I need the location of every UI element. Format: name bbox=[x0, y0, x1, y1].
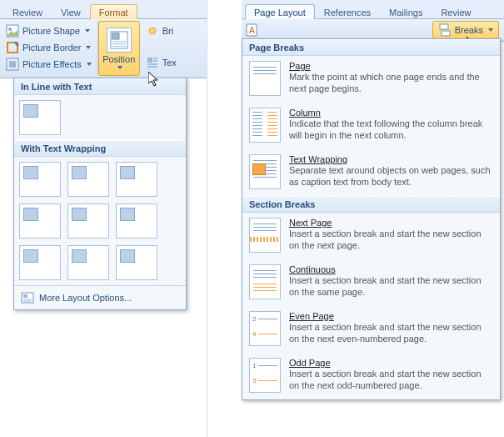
adjust-group-cutoff: Bri Tex bbox=[140, 21, 182, 76]
break-column-desc: Indicate that the text following the col… bbox=[289, 118, 492, 142]
break-even-page-icon: 2 4 bbox=[249, 311, 281, 346]
break-column[interactable]: Column Indicate that the text following … bbox=[242, 103, 500, 149]
position-gallery-menu: In Line with Text With Text Wrapping Mor… bbox=[13, 78, 187, 310]
format-ribbon-panel: Review View Format Picture Shape Picture… bbox=[0, 0, 207, 437]
tab-page-layout[interactable]: Page Layout bbox=[245, 4, 315, 19]
picture-border-icon bbox=[6, 41, 19, 54]
ribbon-tabs-right: Page Layout References Mailings Review bbox=[242, 0, 504, 19]
breaks-menu: Page Breaks Page Mark the point at which… bbox=[242, 38, 501, 400]
svg-rect-23 bbox=[442, 31, 450, 36]
brightness-label: Bri bbox=[162, 26, 173, 36]
layout-options-icon bbox=[21, 291, 34, 304]
break-column-icon bbox=[249, 108, 281, 143]
break-textwrap[interactable]: Text Wrapping Separate text around objec… bbox=[242, 149, 500, 196]
break-even-page-desc: Insert a section break and start the new… bbox=[289, 322, 492, 345]
text-wrapping-icon bbox=[146, 56, 159, 69]
tab-view[interactable]: View bbox=[52, 4, 90, 19]
gallery-header-wrap: With Text Wrapping bbox=[14, 140, 186, 157]
break-page-title: Page bbox=[289, 61, 492, 71]
break-odd-page-title: Odd Page bbox=[289, 358, 492, 368]
picture-styles-group: Picture Shape Picture Border Picture Eff… bbox=[0, 21, 98, 76]
tab-review[interactable]: Review bbox=[3, 4, 52, 19]
break-textwrap-title: Text Wrapping bbox=[289, 154, 492, 164]
picture-border-button[interactable]: Picture Border bbox=[3, 39, 94, 56]
svg-rect-22 bbox=[440, 24, 448, 29]
break-textwrap-icon bbox=[249, 154, 281, 189]
position-option[interactable] bbox=[19, 203, 61, 239]
breaks-button[interactable]: Breaks bbox=[432, 21, 499, 39]
brightness-icon bbox=[146, 24, 159, 38]
pagelayout-ribbon-panel: Page Layout References Mailings Review A… bbox=[242, 0, 504, 437]
breaks-label: Breaks bbox=[455, 25, 483, 35]
svg-point-1 bbox=[8, 28, 12, 31]
break-continuous-desc: Insert a section break and start the new… bbox=[289, 275, 492, 299]
svg-rect-11 bbox=[147, 58, 152, 63]
position-option[interactable] bbox=[19, 245, 61, 280]
break-page[interactable]: Page Mark the point at which one page en… bbox=[242, 56, 500, 103]
break-page-desc: Mark the point at which one page ends an… bbox=[289, 72, 492, 95]
more-layout-options[interactable]: More Layout Options... bbox=[14, 285, 186, 309]
brightness-cutoff[interactable]: Bri bbox=[143, 23, 179, 39]
position-option-inline[interactable] bbox=[19, 100, 61, 135]
page-breaks-header: Page Breaks bbox=[242, 39, 500, 56]
break-odd-page-icon: 1 3 bbox=[249, 358, 281, 393]
break-page-icon bbox=[249, 61, 281, 96]
tab-mailings[interactable]: Mailings bbox=[380, 4, 432, 19]
ribbon-tabs-left: Review View Format bbox=[0, 0, 207, 19]
position-option[interactable] bbox=[116, 162, 157, 197]
picture-effects-icon bbox=[6, 58, 19, 71]
position-option[interactable] bbox=[116, 203, 157, 239]
position-label: Position bbox=[102, 54, 135, 64]
position-icon bbox=[107, 28, 132, 53]
picture-shape-icon bbox=[6, 24, 19, 38]
margins-icon[interactable]: A bbox=[245, 23, 258, 37]
picture-shape-button[interactable]: Picture Shape bbox=[3, 23, 94, 39]
break-next-page-title: Next Page bbox=[289, 218, 492, 228]
svg-text:A: A bbox=[249, 26, 255, 35]
chevron-down-icon bbox=[85, 29, 90, 33]
break-continuous-title: Continuous bbox=[289, 264, 492, 274]
picture-effects-button[interactable]: Picture Effects bbox=[3, 56, 94, 73]
position-option[interactable] bbox=[116, 245, 157, 280]
position-option[interactable] bbox=[67, 245, 109, 280]
break-even-page[interactable]: 2 4 Even Page Insert a section break and… bbox=[242, 306, 500, 353]
break-odd-page-desc: Insert a section break and start the new… bbox=[289, 369, 492, 392]
break-continuous[interactable]: Continuous Insert a section break and st… bbox=[242, 259, 500, 306]
break-column-title: Column bbox=[289, 108, 492, 118]
tab-review-2[interactable]: Review bbox=[432, 4, 480, 19]
chevron-down-icon bbox=[87, 63, 92, 66]
textwrap-label: Tex bbox=[162, 58, 177, 68]
position-option[interactable] bbox=[67, 203, 109, 239]
ribbon-left: Picture Shape Picture Border Picture Eff… bbox=[0, 19, 207, 78]
text-wrapping-cutoff[interactable]: Tex bbox=[143, 54, 179, 71]
break-textwrap-desc: Separate text around objects on web page… bbox=[289, 165, 492, 188]
chevron-down-icon bbox=[488, 28, 493, 32]
picture-effects-label: Picture Effects bbox=[22, 59, 82, 69]
svg-rect-4 bbox=[9, 61, 16, 68]
tab-format[interactable]: Format bbox=[90, 4, 137, 19]
break-next-page[interactable]: Next Page Insert a section break and sta… bbox=[242, 213, 500, 259]
break-next-page-icon bbox=[249, 218, 281, 253]
svg-point-10 bbox=[149, 28, 156, 34]
section-breaks-header: Section Breaks bbox=[242, 196, 500, 213]
break-continuous-icon bbox=[249, 264, 281, 299]
position-option[interactable] bbox=[67, 162, 109, 197]
chevron-down-icon bbox=[86, 46, 91, 49]
break-next-page-desc: Insert a section break and start the new… bbox=[289, 229, 492, 252]
chevron-down-icon bbox=[117, 66, 122, 69]
break-even-page-title: Even Page bbox=[289, 311, 492, 321]
inline-gallery bbox=[14, 95, 186, 140]
svg-rect-6 bbox=[112, 33, 118, 39]
svg-rect-17 bbox=[23, 294, 27, 298]
picture-shape-label: Picture Shape bbox=[22, 26, 80, 36]
tab-references[interactable]: References bbox=[315, 4, 380, 19]
wrap-gallery bbox=[14, 157, 186, 285]
gallery-header-inline: In Line with Text bbox=[14, 78, 186, 95]
picture-border-label: Picture Border bbox=[22, 43, 81, 53]
more-layout-label: More Layout Options... bbox=[39, 293, 132, 303]
breaks-icon bbox=[438, 23, 452, 37]
break-odd-page[interactable]: 1 3 Odd Page Insert a section break and … bbox=[242, 353, 500, 399]
position-option[interactable] bbox=[19, 162, 61, 197]
position-button[interactable]: Position bbox=[98, 21, 140, 76]
